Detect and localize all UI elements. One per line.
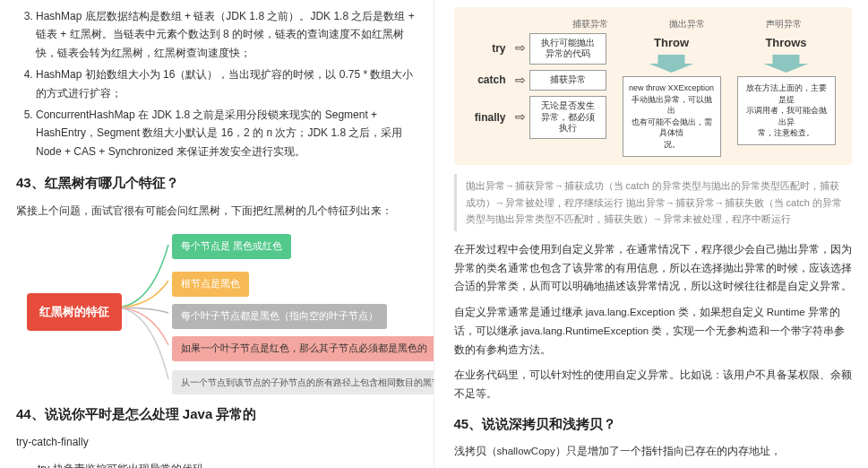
list-item: try 块负责监控可能出现异常的代码 [38,460,417,468]
mindmap-node-3: 每个叶子节点都是黑色（指向空的叶子节点） [172,304,387,329]
throw-box: new throw XXException 手动抛出异常，可以抛出 也有可能不会… [623,76,721,157]
list-item: HashMap 初始数组大小为 16（默认），当出现扩容的时候，以 0.75 *… [36,65,417,102]
down-arrow-icon [649,55,694,73]
down-arrow-icon [764,55,809,73]
list-item: HashMap 底层数据结构是数组 + 链表（JDK 1.8 之前）。JDK 1… [36,7,417,62]
heading-44: 44、说说你平时是怎么处理 Java 异常的 [16,403,417,426]
throws-title: Throws [765,33,806,53]
blockquote: 抛出异常→捕获异常→捕获成功（当 catch 的异常类型与抛出的异常类型匹配时，… [454,174,853,231]
box-try: 执行可能抛出 异常的代码 [529,33,606,65]
mindmap-node-1: 每个节点是 黑色或红色 [172,234,291,259]
diagram-header-2: 抛出异常 [639,16,735,31]
mindmap-redblack: 红黑树的特征 每个节点是 黑色或红色 根节点是黑色 每个叶子节点都是黑色（指向空… [16,229,417,390]
intro-43: 紧接上个问题，面试官很有可能会问红黑树，下面把红黑树的几个特征列出来： [16,202,417,220]
arrow-icon: ⇨ [515,38,526,59]
arrow-icon: ⇨ [515,107,526,128]
box-catch: 捕获异常 [529,70,606,90]
list-item: ConcurrentHashMap 在 JDK 1.8 之前是采用分段锁来现实的… [36,106,417,160]
paragraph: 在开发过程中会使用到自定义异常，在通常情况下，程序很少会自己抛出异常，因为异常的… [454,240,853,296]
diagram-header-1: 捕获异常 [542,16,639,31]
throw-title: Throw [654,33,689,53]
throws-box: 放在方法上面的，主要是提 示调用者，我可能会抛出异 常，注意检查。 [737,76,836,145]
diagram-header-3: 声明异常 [735,16,832,31]
arrow-icon: ⇨ [515,70,526,91]
mindmap-node-5: 从一个节点到该节点的子孙节点的所有路径上包含相同数目的黑节点 [172,370,434,394]
row-try: try [461,39,511,57]
tcf-label: try-catch-finally [16,433,417,451]
paragraph: 在业务代码里，可以针对性的使用自定义异常。比如说：该用户不具备某权限、余额不足等… [454,366,853,403]
row-catch: catch [461,71,511,89]
paragraph: 自定义异常通常是通过继承 java.lang.Exception 类，如果想自定… [454,303,853,359]
mindmap-node-2: 根节点是黑色 [172,272,249,297]
paragraph: 浅拷贝（shallowCopy）只是增加了一个指针指向已存在的内存地址， [454,442,853,461]
box-finally: 无论是否发生 异常，都必须 执行 [529,96,606,138]
row-finally: finally [461,108,511,126]
mindmap-root: 红黑树的特征 [27,293,122,331]
bullet-list: try 块负责监控可能出现异常的代码 catch 块负责捕获可能出现的异常，并进… [16,460,417,468]
ordered-list: HashMap 底层数据结构是数组 + 链表（JDK 1.8 之前）。JDK 1… [16,7,417,160]
exception-diagram: 捕获异常 抛出异常 声明异常 try ⇨ 执行可能抛出 异常的代码 catch … [454,7,853,165]
heading-45: 45、说说深拷贝和浅拷贝？ [454,412,853,436]
heading-43: 43、红黑树有哪几个特征？ [16,171,417,195]
mindmap-node-4: 如果一个叶子节点是红色，那么其子节点必须都是黑色的 [172,336,434,361]
